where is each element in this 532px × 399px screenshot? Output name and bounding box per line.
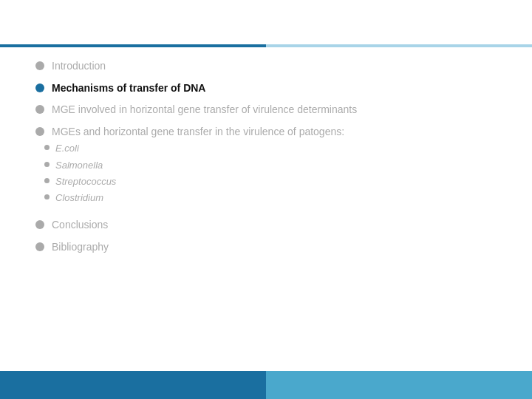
sub-menu-list: E.coli Salmonella Streptococcus Clostrid…: [44, 142, 116, 208]
menu-item-mechanisms: Mechanisms of transfer of DNA: [35, 81, 497, 96]
sub-bullet-streptococcus: [44, 178, 50, 183]
menu-item-bibliography: Bibliography: [35, 240, 497, 255]
sub-item-streptococcus: Streptococcus: [44, 175, 116, 188]
bullet-mechanisms: [35, 83, 44, 92]
menu-item-label-mges-horizontal: MGEs and horizontal gene transfer in the…: [52, 125, 344, 140]
menu-item-mges-horizontal: MGEs and horizontal gene transfer in the…: [35, 125, 497, 211]
footer-bar: [0, 371, 532, 399]
sub-bullet-ecoli: [44, 145, 50, 150]
menu-item-label-mechanisms: Mechanisms of transfer of DNA: [52, 81, 497, 96]
top-divider-bar: [0, 44, 532, 47]
menu-item-mge-involved: MGE involved in horizontal gene transfer…: [35, 103, 497, 117]
menu-item-label-mge-involved: MGE involved in horizontal gene transfer…: [52, 103, 497, 117]
sub-item-label-streptococcus: Streptococcus: [55, 175, 116, 188]
sub-item-salmonella: Salmonella: [44, 159, 116, 172]
menu-list: Introduction Mechanisms of transfer of D…: [35, 59, 497, 254]
menu-item-label-conclusions: Conclusions: [52, 218, 497, 233]
sub-bullet-salmonella: [44, 162, 50, 167]
bullet-conclusions: [35, 220, 44, 229]
bullet-mge-involved: [35, 105, 44, 114]
sub-item-label-ecoli: E.coli: [55, 142, 79, 155]
sub-item-label-salmonella: Salmonella: [55, 159, 103, 172]
main-content: Introduction Mechanisms of transfer of D…: [35, 59, 497, 362]
bullet-introduction: [35, 61, 44, 70]
sub-item-ecoli: E.coli: [44, 142, 116, 155]
sub-bullet-clostridium: [44, 194, 50, 200]
sub-item-label-clostridium: Clostridium: [55, 191, 103, 205]
bullet-mges-horizontal: [35, 127, 44, 136]
menu-item-introduction: Introduction: [35, 59, 497, 74]
sub-item-clostridium: Clostridium: [44, 191, 116, 205]
menu-item-label-bibliography: Bibliography: [52, 240, 497, 255]
bullet-bibliography: [35, 242, 44, 251]
menu-item-conclusions: Conclusions: [35, 218, 497, 233]
menu-item-label-introduction: Introduction: [52, 59, 497, 74]
